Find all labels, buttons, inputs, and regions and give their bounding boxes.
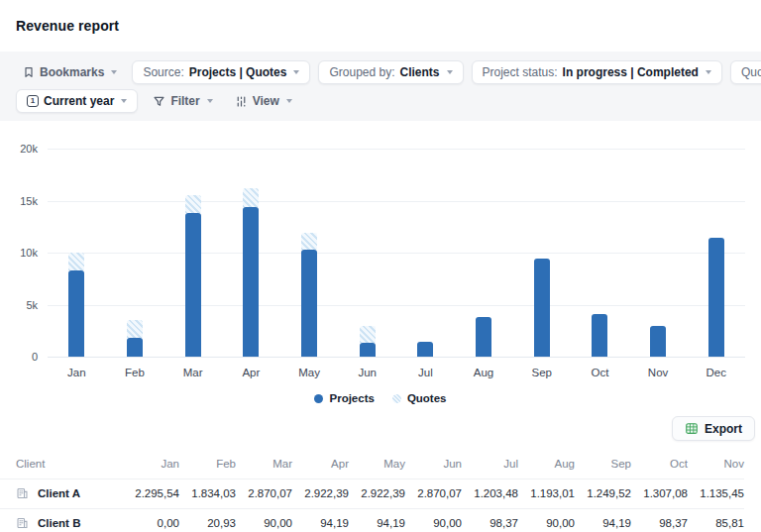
chevron-down-icon xyxy=(286,99,292,103)
value-cell: 2.870,07 xyxy=(405,479,462,508)
bar-group-jun[interactable] xyxy=(338,149,396,357)
bars-container xyxy=(48,149,745,357)
column-header-jul: Jul xyxy=(462,449,518,479)
x-axis-label-mar: Mar xyxy=(163,367,222,378)
table-row[interactable]: Client A2.295,541.834,032.870,072.922,39… xyxy=(0,479,744,508)
bar-group-apr[interactable] xyxy=(222,149,280,357)
grouped-by-filter-button[interactable]: Grouped by: Clients xyxy=(318,60,463,84)
quotes-bar-segment[interactable] xyxy=(301,233,317,251)
projects-bar-segment[interactable] xyxy=(301,250,317,357)
x-axis-label-oct: Oct xyxy=(571,367,629,378)
calendar-icon: 1 xyxy=(27,95,39,107)
export-button[interactable]: Export xyxy=(672,416,755,441)
legend-item-projects[interactable]: Projects xyxy=(314,392,374,404)
chevron-down-icon xyxy=(293,70,299,74)
projects-bar-segment[interactable] xyxy=(534,259,550,357)
value-cell: 2.295,54 xyxy=(123,479,179,508)
funnel-icon xyxy=(153,95,165,108)
value-cell: 94,19 xyxy=(575,508,631,532)
projects-bar-segment[interactable] xyxy=(360,343,376,357)
table-row[interactable]: Client B0,0020,9390,0094,1994,1990,0098,… xyxy=(0,508,744,532)
projects-bar-segment[interactable] xyxy=(417,342,433,357)
x-axis-label-jun: Jun xyxy=(338,367,396,378)
value-cell: 1.249,52 xyxy=(575,479,631,508)
gridline xyxy=(48,357,745,358)
bar-group-feb[interactable] xyxy=(106,149,164,357)
client-name: Client B xyxy=(38,517,80,529)
quote-status-prefix: Quote status: xyxy=(741,65,761,79)
current-year-label: Current year xyxy=(44,94,114,108)
quotes-bar-segment[interactable] xyxy=(68,253,84,270)
quotes-bar-segment[interactable] xyxy=(127,320,143,338)
client-cell[interactable]: Client B xyxy=(0,508,123,532)
y-axis-tick-label: 10k xyxy=(0,247,38,259)
value-cell: 1.193,01 xyxy=(518,479,575,508)
legend-item-quotes[interactable]: Quotes xyxy=(392,392,447,404)
export-label: Export xyxy=(705,422,742,436)
y-axis-tick-label: 20k xyxy=(0,143,38,155)
quotes-bar-segment[interactable] xyxy=(185,195,201,213)
csv-file-icon xyxy=(685,422,699,436)
legend-label: Quotes xyxy=(407,392,447,404)
project-status-filter-button[interactable]: Project status: In progress | Completed xyxy=(472,60,722,84)
x-axis-label-sep: Sep xyxy=(512,367,571,378)
bookmarks-button[interactable]: Bookmarks xyxy=(16,60,124,84)
export-row: Export xyxy=(0,406,761,449)
value-cell: 20,93 xyxy=(179,508,236,532)
bar-group-mar[interactable] xyxy=(163,149,222,357)
project-status-prefix: Project status: xyxy=(483,65,558,79)
bar-group-dec[interactable] xyxy=(687,149,745,357)
bar-group-jul[interactable] xyxy=(396,149,455,357)
revenue-table-section: ClientJanFebMarAprMayJunJulAugSepOctNovC… xyxy=(0,449,761,532)
chevron-down-icon xyxy=(207,99,213,103)
bar-group-nov[interactable] xyxy=(629,149,688,357)
project-status-value: In progress | Completed xyxy=(563,65,699,79)
projects-bar-segment[interactable] xyxy=(127,338,143,357)
view-label: View xyxy=(253,94,279,108)
bookmarks-label: Bookmarks xyxy=(40,65,104,79)
bar-group-aug[interactable] xyxy=(455,149,513,357)
projects-bar-segment[interactable] xyxy=(243,207,259,357)
x-axis-label-jan: Jan xyxy=(48,367,106,378)
bar-group-sep[interactable] xyxy=(512,149,571,357)
page-title: Revenue report xyxy=(16,18,119,34)
chevron-down-icon xyxy=(111,70,117,74)
value-cell: 1.135,45 xyxy=(688,479,744,508)
filter-button[interactable]: Filter xyxy=(146,89,219,113)
quote-status-filter-button[interactable]: Quote status: Active quotes xyxy=(730,60,761,84)
x-axis-label-aug: Aug xyxy=(455,367,513,378)
view-button[interactable]: View xyxy=(228,89,299,113)
projects-bar-segment[interactable] xyxy=(592,314,607,357)
projects-bar-segment[interactable] xyxy=(650,326,666,358)
column-header-oct: Oct xyxy=(631,449,688,479)
value-cell: 98,37 xyxy=(462,508,518,532)
chart-plot-area: 20k15k10k5k0 xyxy=(48,149,745,357)
bar-group-oct[interactable] xyxy=(571,149,629,357)
x-axis-label-may: May xyxy=(280,367,339,378)
bookmark-icon xyxy=(23,66,35,78)
x-axis-label-dec: Dec xyxy=(687,367,745,378)
projects-bar-segment[interactable] xyxy=(185,213,201,357)
quotes-bar-segment[interactable] xyxy=(243,188,259,206)
bar-group-jan[interactable] xyxy=(48,149,106,357)
client-name: Client A xyxy=(38,487,80,499)
bar-group-may[interactable] xyxy=(280,149,339,357)
client-cell[interactable]: Client A xyxy=(0,479,123,508)
column-header-jun: Jun xyxy=(405,449,462,479)
client-icon xyxy=(16,487,29,500)
projects-bar-segment[interactable] xyxy=(68,270,84,357)
legend-dot-icon xyxy=(392,394,401,403)
value-cell: 1.203,48 xyxy=(462,479,518,508)
chart-legend: ProjectsQuotes xyxy=(0,390,761,406)
source-filter-button[interactable]: Source: Projects | Quotes xyxy=(132,60,310,84)
chevron-down-icon xyxy=(706,70,711,74)
y-axis-tick-label: 0 xyxy=(0,351,38,363)
quotes-bar-segment[interactable] xyxy=(360,326,376,343)
projects-bar-segment[interactable] xyxy=(476,317,491,357)
projects-bar-segment[interactable] xyxy=(708,238,724,357)
current-year-button[interactable]: 1 Current year xyxy=(16,89,138,113)
chevron-down-icon xyxy=(447,70,453,74)
column-header-nov: Nov xyxy=(688,449,744,479)
legend-dot-icon xyxy=(314,394,323,403)
value-cell: 0,00 xyxy=(123,508,179,532)
